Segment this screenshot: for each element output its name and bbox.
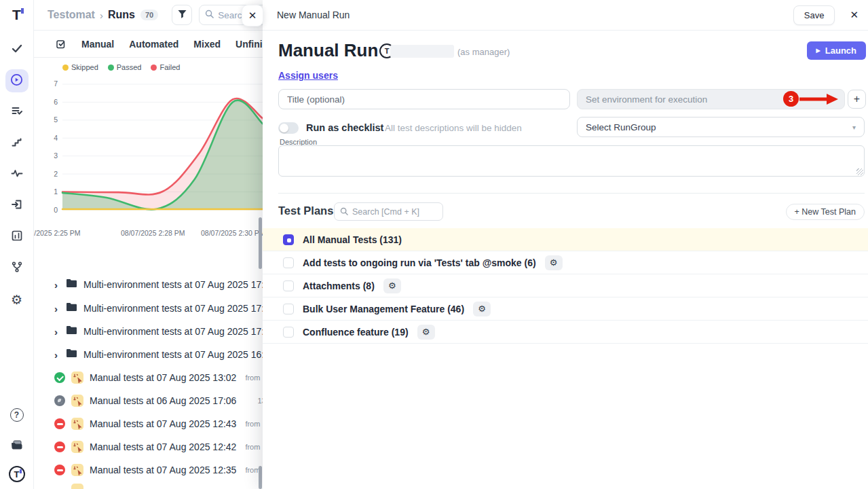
run-folder-row[interactable]: › Multi-environment tests at 07 Aug 2025… <box>34 273 263 296</box>
breadcrumb-project[interactable]: Testomat <box>48 9 95 21</box>
run-row[interactable]: Manual tests at 07 Aug 2025 12:43 fromCu… <box>34 412 263 435</box>
branch-icon <box>11 261 23 276</box>
runs-panel: Testomat › Runs 70 Manual Automated Mixe… <box>34 0 263 489</box>
chevron-right-icon[interactable]: › <box>54 349 60 361</box>
run-row[interactable]: Manual tests at 07 Aug 2025 12:35 fromCu… <box>34 458 263 482</box>
svg-text:3: 3 <box>54 151 58 160</box>
app-root: T ⚙ ? T Testomat › Runs 70 <box>0 0 868 489</box>
sidebar-item-settings[interactable]: ⚙ <box>5 288 29 311</box>
run-folder-row[interactable]: › Multi-environment tests at 07 Aug 2025… <box>34 343 263 366</box>
sidebar-item-reports[interactable] <box>5 225 29 249</box>
run-row-partial[interactable] <box>34 482 263 489</box>
passed-status-icon <box>54 372 65 383</box>
run-meta: fromCustom <box>245 420 263 428</box>
tab-mixed[interactable]: Mixed <box>193 39 221 50</box>
play-icon: ▶ <box>816 48 820 54</box>
run-folder-row[interactable]: › Multi-environment tests at 07 Aug 2025… <box>34 297 263 320</box>
gear-icon: ⚙ <box>422 327 430 337</box>
description-textarea[interactable] <box>278 145 865 177</box>
passed-dot-icon <box>108 65 114 71</box>
plan-checkbox[interactable] <box>283 304 294 314</box>
folder-icon <box>66 278 77 291</box>
sidebar-item-analytics[interactable] <box>5 163 29 186</box>
plan-checkbox-checked[interactable] <box>283 234 294 245</box>
sidebar-item-test-plans[interactable] <box>5 101 29 124</box>
plan-settings-button[interactable]: ⚙ <box>473 302 491 316</box>
search-icon <box>205 9 214 21</box>
panel-scrollbar-thumb[interactable] <box>259 217 262 269</box>
runs-tabs: Manual Automated Mixed Unfinished <box>34 31 263 58</box>
run-row[interactable]: Manual tests at 06 Aug 2025 17:06 136 te… <box>34 389 263 412</box>
rungroup-select[interactable]: Select RunGroup ▾ <box>577 117 865 137</box>
drawer-close-button[interactable]: ✕ <box>242 5 263 26</box>
save-button[interactable]: Save <box>793 5 835 25</box>
run-folder-row[interactable]: › Multi-environment tests at 07 Aug 2025… <box>34 320 263 343</box>
list-check-icon <box>11 105 23 120</box>
chart-legend: Skipped Passed Failed <box>62 63 180 71</box>
svg-text:4: 4 <box>54 134 58 142</box>
launch-button[interactable]: ▶Launch <box>807 41 866 60</box>
plan-settings-button[interactable]: ⚙ <box>545 255 563 270</box>
plan-checkbox[interactable] <box>283 327 294 338</box>
owner-name-redacted <box>390 45 454 58</box>
sidebar-item-branches[interactable] <box>5 257 29 280</box>
folder-icon <box>66 325 77 338</box>
manual-run-icon <box>71 395 83 407</box>
close-button[interactable]: ✕ <box>850 9 858 21</box>
check-icon <box>11 42 23 57</box>
sidebar-item-tests[interactable] <box>5 38 29 61</box>
svg-text:1: 1 <box>54 187 58 196</box>
plan-settings-button[interactable]: ⚙ <box>383 278 401 293</box>
folder-icon <box>66 302 77 314</box>
breadcrumb-runs: Runs <box>108 9 135 21</box>
plan-settings-button[interactable]: ⚙ <box>417 325 435 340</box>
plan-checkbox[interactable] <box>283 280 294 291</box>
testomat-logo-icon[interactable]: T <box>12 7 21 23</box>
legend-failed: Failed <box>151 63 180 71</box>
test-plans-search[interactable] <box>334 202 443 221</box>
panel-scrollbar-thumb[interactable] <box>259 466 262 489</box>
select-runs-icon[interactable] <box>56 39 67 50</box>
run-row[interactable]: Manual tests at 07 Aug 2025 12:42 fromCu… <box>34 435 263 458</box>
run-row[interactable]: Manual tests at 07 Aug 2025 13:02 fromCu… <box>34 366 263 389</box>
svg-text:0: 0 <box>54 206 58 214</box>
project-avatar[interactable]: T <box>9 466 25 482</box>
report-chart-icon <box>11 230 23 244</box>
help-button[interactable]: ? <box>5 403 29 427</box>
svg-text:5: 5 <box>54 115 58 124</box>
chevron-right-icon[interactable]: › <box>54 279 60 291</box>
tab-manual[interactable]: Manual <box>81 39 114 50</box>
projects-button[interactable] <box>5 435 29 458</box>
test-plans-search-input[interactable] <box>352 207 430 217</box>
checklist-label: Run as checklist <box>306 122 383 133</box>
legend-skipped: Skipped <box>62 63 98 71</box>
test-plan-row[interactable]: All Manual Tests (131) <box>263 228 868 251</box>
add-environment-button[interactable]: + <box>848 90 866 109</box>
assign-users-link[interactable]: Assign users <box>278 70 338 81</box>
filter-button[interactable] <box>172 5 192 25</box>
tab-unfinished[interactable]: Unfinished <box>235 39 263 50</box>
import-icon <box>11 198 23 213</box>
failed-dot-icon <box>151 65 157 71</box>
test-plan-row[interactable]: Attachments (8) ⚙ <box>263 274 868 297</box>
failed-status-icon <box>54 441 65 452</box>
sidebar-item-runs[interactable] <box>5 69 29 92</box>
test-plan-row[interactable]: Bulk User Management Feature (46) ⚙ <box>263 297 868 321</box>
plan-checkbox[interactable] <box>283 257 294 268</box>
test-plan-row[interactable]: Confluence feature (19) ⚙ <box>263 321 868 344</box>
gear-icon: ⚙ <box>478 304 486 314</box>
sidebar-item-import[interactable] <box>5 194 29 217</box>
folders-icon <box>10 439 23 454</box>
sidebar-item-milestones[interactable] <box>5 132 29 155</box>
run-as-checklist-toggle[interactable] <box>278 122 299 134</box>
new-test-plan-button[interactable]: + New Test Plan <box>786 204 865 220</box>
chevron-right-icon[interactable]: › <box>54 326 60 338</box>
run-title-input[interactable] <box>278 89 570 109</box>
runs-topbar: Testomat › Runs 70 <box>34 0 263 31</box>
test-plan-row[interactable]: Add tests to ongoing run via 'Tests' tab… <box>263 251 868 274</box>
tab-automated[interactable]: Automated <box>129 39 178 50</box>
manual-run-icon <box>71 484 83 489</box>
chevron-right-icon[interactable]: › <box>54 303 60 314</box>
failed-status-icon <box>54 418 65 429</box>
test-plans-heading: Test Plans <box>278 204 333 217</box>
